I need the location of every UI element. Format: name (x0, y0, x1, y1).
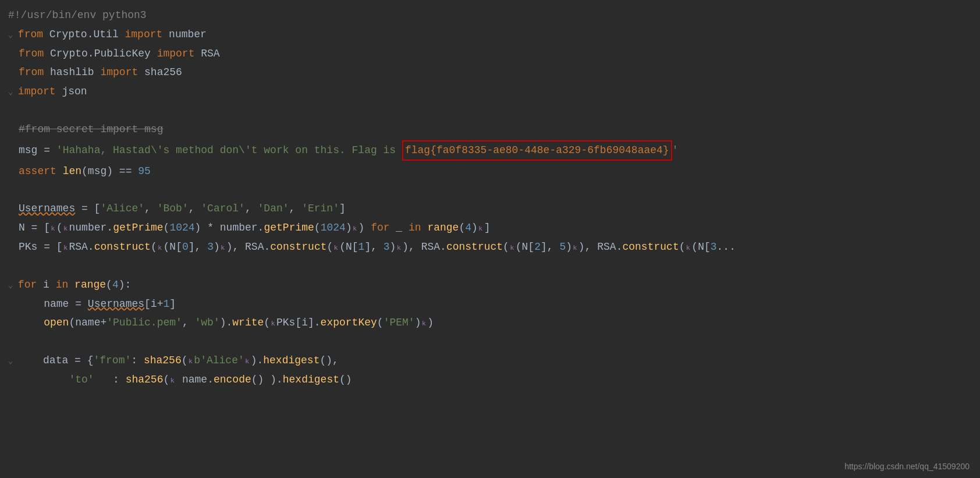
kw-from-3: from (19, 64, 44, 81)
truncated: ... (717, 239, 736, 256)
sha256-paren2: ( (163, 371, 169, 388)
func-hexdigest2: hexdigest (283, 371, 339, 388)
str-wb: 'wb' (194, 314, 219, 331)
comment-text: #from secret import msg (19, 121, 163, 138)
subscript-n2: ₖ (63, 219, 69, 236)
kw-import-3: import (100, 64, 138, 81)
func-hexdigest1: hexdigest (263, 352, 319, 369)
shebang-text: #!/usr/bin/env python3 (8, 7, 147, 24)
hexdigest-paren1: (), (319, 352, 338, 369)
for-var-n: _ (390, 219, 409, 236)
line-comment: #from secret import msg (0, 120, 980, 139)
func-range-n (421, 219, 428, 236)
indent-open (19, 314, 44, 331)
kw-from-1: from (18, 26, 43, 43)
func-open: open (44, 314, 69, 331)
gutter-arrow-1: ⌄ (8, 29, 18, 41)
line-to-field: 'to' : sha256 ( ₖ name. encode () ). hex… (0, 370, 980, 390)
text-3: hashlib (44, 64, 100, 81)
exportkey-paren: ( (377, 314, 384, 331)
str-hastad: Hahaha, Hastad (63, 142, 151, 159)
kw-from-2: from (19, 45, 44, 62)
idx-0a: 0 (182, 239, 189, 256)
num-4-n: 4 (465, 219, 471, 236)
paren-range-n: ( (459, 219, 465, 236)
num-1024a: 1024 (169, 219, 194, 236)
str-to-key: 'to' (69, 371, 94, 388)
str-alice: 'Alice' (100, 200, 144, 217)
num-1-idx: 1 (163, 296, 169, 313)
close-paren-n: ) (358, 219, 371, 236)
sub-pks4: ₖ (333, 239, 339, 256)
gutter-arrow-for: ⌄ (8, 279, 18, 292)
rsa-construct1: RSA. (69, 239, 94, 256)
sub-pks7: ₖ (572, 239, 578, 256)
paren-gp2-close: ) (346, 219, 352, 236)
for-var: i (37, 277, 55, 293)
comma2: , (189, 200, 201, 217)
sub-pks3: ₖ (220, 239, 226, 256)
colon-from: : (131, 352, 144, 369)
subscript-n4: ₖ (478, 219, 484, 236)
comma-c3: ), RSA. (578, 239, 623, 256)
line-import-3: from hashlib import sha256 (0, 63, 980, 82)
eq-sign: = (44, 142, 56, 159)
write-close: ) (427, 314, 434, 331)
line-empty-4 (0, 332, 980, 351)
sub-sha2: ₖ (244, 352, 251, 369)
comma3: , (245, 200, 258, 217)
n0-3c: ) (214, 239, 220, 256)
paren-c1: ( (151, 239, 157, 256)
n1-3b: ], (364, 239, 383, 256)
close-range-n: ) (471, 219, 478, 236)
text-2b: RSA (194, 45, 219, 62)
sub-pks6: ₖ (509, 239, 516, 256)
eq-usernames: = [ (75, 200, 100, 217)
comma-c1: ), RSA. (226, 239, 271, 256)
line-shebang: #!/usr/bin/env python3 (0, 6, 980, 25)
func-getprime2-name: getPrime (264, 219, 314, 236)
func-range: range (74, 277, 106, 293)
line-open-write: open (name+ 'Public.pem' , 'wb' ). write… (0, 313, 980, 332)
num-3a: 3 (207, 239, 214, 256)
str-carol: 'Carol' (201, 200, 245, 217)
line-import-2: from Crypto.PublicKey import RSA (0, 44, 980, 63)
n1-3c: ) (390, 239, 396, 256)
paren-gp2: ( (314, 219, 321, 236)
range-paren: ( (106, 277, 112, 293)
text-1b: number (162, 26, 207, 43)
line-import-4: ⌄ import json (0, 82, 980, 101)
num-3b: 3 (384, 239, 390, 256)
n2-5b: ], (541, 239, 559, 256)
line-assert: assert len (msg) == 95 (0, 162, 980, 181)
indent-data: data = { (18, 352, 94, 369)
sub-write1: ₖ (270, 314, 276, 331)
line-for-loop: ⌄ for i in range ( 4 ): (0, 275, 980, 295)
gutter-arrow-data: ⌄ (8, 355, 18, 367)
line-empty-3 (0, 257, 980, 275)
str-t-work: t work on this. Flag is (251, 142, 402, 159)
n0-3: (N[ (164, 239, 182, 256)
func-construct1: construct (94, 239, 151, 256)
kw-import-2: import (157, 45, 195, 62)
func-getprime1-name: getPrime (113, 219, 163, 236)
func-len: len (63, 163, 81, 180)
sub-write2: ₖ (421, 314, 427, 331)
text-len (56, 163, 63, 180)
text-2: Crypto.PublicKey (44, 45, 157, 62)
n0-3b: ], (189, 239, 207, 256)
line-n-assign: N = [ ₖ ( ₖ number. getPrime ( 1024 ) * … (0, 218, 980, 238)
text-1: Crypto.Util (43, 26, 125, 43)
paren-c3: ( (503, 239, 509, 256)
line-empty-1 (0, 101, 980, 120)
kw-for: for (18, 277, 37, 293)
sub-sha1: ₖ (188, 352, 194, 369)
n2-5c: ) (566, 239, 572, 256)
sha256-close1: ). (251, 352, 264, 369)
str-erin: 'Erin' (301, 200, 339, 217)
str-public-pem: 'Public.pem' (106, 314, 182, 331)
open-paren-open: (name+ (69, 314, 106, 331)
str-method: s method don (163, 142, 239, 159)
str-close: ' (672, 142, 679, 159)
func-write: write (232, 314, 264, 331)
